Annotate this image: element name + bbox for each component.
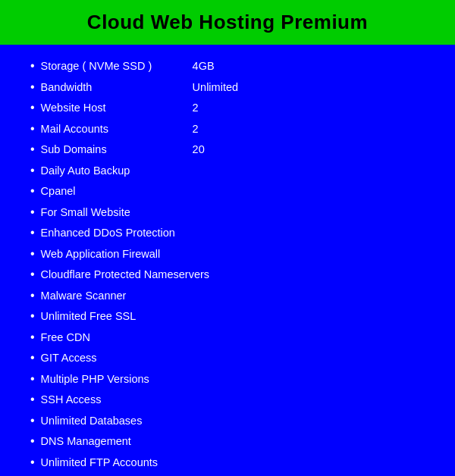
bullet-icon: • — [30, 55, 35, 77]
bullet-icon: • — [30, 327, 35, 348]
list-item: •Unlimited Databases — [30, 410, 432, 431]
main-container: Cloud Web Hosting Premium •Storage ( NVM… — [0, 0, 455, 476]
list-item: •For Small Website — [30, 202, 432, 223]
feature-label: Unlimited FTP Accounts — [41, 453, 432, 472]
list-item: •Multiple PHP Versions — [30, 368, 432, 390]
feature-label: GIT Access — [41, 349, 432, 368]
list-item: •Daily Auto Backup — [30, 160, 432, 181]
bullet-icon: • — [30, 180, 35, 202]
feature-label: For Small Website — [41, 203, 432, 222]
list-item: •SSH Access — [30, 389, 432, 410]
bullet-icon: • — [30, 452, 35, 473]
list-item: •Cpanel — [30, 180, 432, 202]
feature-label: Malware Scanner — [41, 287, 432, 305]
feature-label: Unlimited Free SSL — [41, 307, 432, 326]
feature-label: Sub Domains — [41, 140, 193, 159]
list-item: •Unlimited FTP Accounts — [30, 452, 432, 473]
feature-label: Web Application Firewall — [41, 245, 432, 264]
bullet-icon: • — [30, 243, 35, 265]
bullet-icon: • — [30, 285, 35, 306]
feature-label: Website Host — [41, 99, 193, 117]
list-item: •GIT Access — [30, 347, 432, 368]
bullet-icon: • — [30, 389, 35, 410]
list-item: •Enhanced DDoS Protection — [30, 222, 432, 243]
list-item: •Mail Accounts2 — [30, 118, 432, 139]
list-item: •Unlimited Cronjobs — [30, 472, 432, 476]
feature-label: SSH Access — [41, 390, 432, 409]
features-section: •Storage ( NVMe SSD )4GB•BandwidthUnlimi… — [0, 45, 455, 476]
feature-label: Unlimited Databases — [41, 412, 432, 431]
list-item: •Storage ( NVMe SSD )4GB — [30, 55, 432, 77]
feature-label: Multiple PHP Versions — [41, 370, 432, 389]
list-item: •BandwidthUnlimited — [30, 77, 432, 98]
feature-value: 20 — [193, 140, 432, 159]
bullet-icon: • — [30, 347, 35, 368]
bullet-icon: • — [30, 305, 35, 327]
list-item: •Malware Scanner — [30, 285, 432, 306]
list-item: •Unlimited Free SSL — [30, 305, 432, 327]
feature-label: Free CDN — [41, 328, 432, 347]
feature-label: Daily Auto Backup — [41, 161, 432, 180]
bullet-icon: • — [30, 368, 35, 390]
feature-value: 4GB — [193, 57, 432, 76]
feature-label: Bandwidth — [41, 78, 193, 97]
list-item: •Free CDN — [30, 327, 432, 348]
feature-label: Cpanel — [41, 182, 432, 201]
feature-value: 2 — [193, 99, 432, 117]
bullet-icon: • — [30, 160, 35, 181]
feature-value: 2 — [193, 120, 432, 139]
bullet-icon: • — [30, 222, 35, 243]
feature-list: •Storage ( NVMe SSD )4GB•BandwidthUnlimi… — [30, 55, 432, 476]
feature-label: Cloudflare Protected Nameservers — [41, 265, 432, 284]
header-section: Cloud Web Hosting Premium — [0, 0, 455, 45]
feature-label: Storage ( NVMe SSD ) — [41, 57, 193, 76]
feature-label: DNS Management — [41, 432, 432, 451]
bullet-icon: • — [30, 77, 35, 98]
bullet-icon: • — [30, 431, 35, 452]
bullet-icon: • — [30, 472, 35, 476]
page-title: Cloud Web Hosting Premium — [15, 11, 440, 34]
list-item: •Website Host2 — [30, 97, 432, 118]
feature-label: Mail Accounts — [41, 120, 193, 139]
bullet-icon: • — [30, 139, 35, 160]
list-item: •Sub Domains20 — [30, 139, 432, 160]
list-item: •Web Application Firewall — [30, 243, 432, 265]
bullet-icon: • — [30, 118, 35, 139]
bullet-icon: • — [30, 97, 35, 118]
list-item: •Cloudflare Protected Nameservers — [30, 264, 432, 285]
feature-label: Enhanced DDoS Protection — [41, 224, 432, 243]
bullet-icon: • — [30, 264, 35, 285]
list-item: •DNS Management — [30, 431, 432, 452]
feature-value: Unlimited — [193, 78, 432, 97]
bullet-icon: • — [30, 410, 35, 431]
bullet-icon: • — [30, 202, 35, 223]
